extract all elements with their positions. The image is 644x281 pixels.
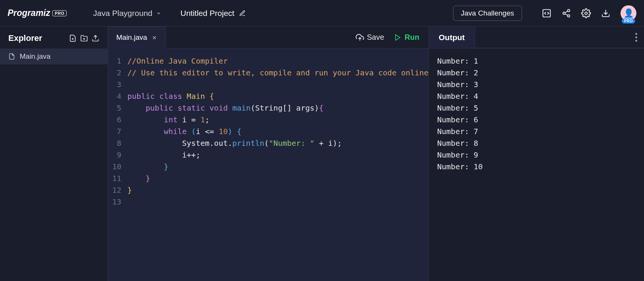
- gear-icon: [581, 8, 591, 18]
- code-content[interactable]: //Online Java Compiler // Use this edito…: [127, 55, 428, 281]
- app-header: Programiz PRO Java Playground Untitled P…: [0, 0, 644, 27]
- share-button[interactable]: [561, 8, 571, 18]
- new-file-icon[interactable]: [69, 34, 77, 42]
- svg-point-3: [567, 15, 570, 17]
- header-actions: 👤 PRO: [542, 5, 636, 21]
- svg-marker-16: [395, 34, 400, 40]
- line-gutter: 12345678910111213: [108, 55, 127, 281]
- tab-label: Main.java: [116, 33, 147, 42]
- svg-point-2: [563, 12, 565, 14]
- output-content: Number: 1 Number: 2 Number: 3 Number: 4 …: [429, 48, 644, 281]
- save-label: Save: [367, 33, 385, 42]
- code-editor[interactable]: 12345678910111213 //Online Java Compiler…: [108, 48, 428, 281]
- chevron-down-icon: [156, 11, 161, 16]
- new-folder-icon[interactable]: [80, 34, 88, 42]
- explorer-title: Explorer: [8, 33, 65, 43]
- cloud-upload-icon: [356, 33, 364, 42]
- playground-label: Java Playground: [93, 9, 152, 18]
- code-icon: [542, 8, 552, 18]
- svg-line-4: [565, 11, 568, 12]
- user-avatar[interactable]: 👤 PRO: [621, 5, 636, 21]
- editor-tab[interactable]: Main.java: [108, 27, 166, 48]
- file-name: Main.java: [20, 52, 50, 61]
- download-icon: [601, 9, 610, 18]
- explorer-header: Explorer: [0, 27, 108, 48]
- upload-icon[interactable]: [92, 34, 99, 42]
- edit-icon[interactable]: [239, 10, 246, 17]
- brand-badge: PRO: [52, 10, 66, 16]
- file-item[interactable]: Main.java: [0, 48, 108, 64]
- editor-actions: Save Run: [166, 27, 428, 48]
- download-button[interactable]: [601, 8, 611, 18]
- project-title: Untitled Project: [180, 9, 234, 18]
- avatar-badge: PRO: [622, 19, 635, 23]
- run-button[interactable]: Run: [394, 33, 419, 42]
- editor-tabbar: Main.java Save Run: [108, 27, 428, 48]
- save-button[interactable]: Save: [356, 33, 385, 42]
- close-icon[interactable]: [152, 35, 157, 41]
- playground-selector[interactable]: Java Playground: [93, 9, 161, 18]
- share-icon: [562, 9, 571, 18]
- output-header: Output: [429, 27, 644, 48]
- output-tab[interactable]: Output: [429, 27, 475, 48]
- run-label: Run: [405, 33, 419, 42]
- svg-point-6: [585, 12, 588, 14]
- svg-line-5: [565, 14, 568, 15]
- embed-button[interactable]: [542, 8, 552, 18]
- editor-panel: Main.java Save Run 12345678910111213 //O…: [108, 27, 429, 281]
- challenges-button[interactable]: Java Challenges: [453, 6, 522, 21]
- play-icon: [394, 34, 402, 41]
- brand-name: Programiz: [8, 8, 50, 18]
- settings-button[interactable]: [581, 8, 591, 18]
- project-name[interactable]: Untitled Project: [180, 9, 245, 18]
- explorer-sidebar: Explorer Main.java: [0, 27, 108, 281]
- more-icon[interactable]: [635, 33, 637, 42]
- output-panel: Output Number: 1 Number: 2 Number: 3 Num…: [429, 27, 644, 281]
- file-icon: [8, 53, 15, 60]
- svg-point-1: [567, 9, 570, 12]
- brand-logo[interactable]: Programiz PRO: [8, 8, 67, 18]
